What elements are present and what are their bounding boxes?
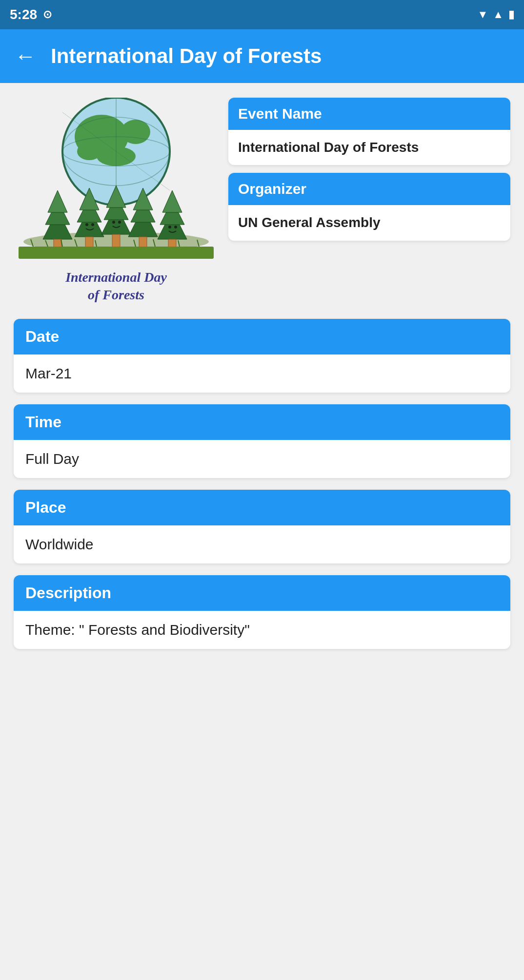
- organizer-card: Organizer UN General Assembly: [228, 173, 510, 240]
- event-name-body: International Day of Forests: [228, 130, 510, 165]
- svg-point-20: [91, 223, 94, 226]
- svg-point-35: [168, 226, 171, 229]
- description-card: Description Theme: " Forests and Biodive…: [14, 575, 510, 649]
- svg-rect-37: [19, 247, 214, 259]
- status-bar-left: 5:28 ⊙: [10, 7, 52, 22]
- event-name-label: Event Name: [238, 105, 322, 122]
- date-header: Date: [14, 319, 510, 354]
- forest-illustration: [19, 98, 214, 264]
- event-image-container: International Day of Forests: [14, 98, 219, 304]
- wifi-icon: ▼: [477, 8, 488, 21]
- description-label: Description: [25, 584, 111, 602]
- organizer-body: UN General Assembly: [228, 205, 510, 240]
- time-body: Full Day: [14, 440, 510, 478]
- time-value: Full Day: [25, 451, 79, 467]
- event-image: [19, 98, 214, 264]
- place-card: Place Worldwide: [14, 490, 510, 563]
- app-bar: ← International Day of Forests: [0, 29, 524, 83]
- top-section: International Day of Forests Event Name …: [14, 98, 510, 304]
- place-body: Worldwide: [14, 525, 510, 563]
- date-label: Date: [25, 328, 59, 345]
- svg-marker-13: [48, 190, 67, 212]
- main-content: International Day of Forests Event Name …: [0, 83, 524, 675]
- time-display: 5:28: [10, 7, 37, 22]
- status-bar-right: ▼ ▲ ▮: [477, 8, 514, 21]
- description-body: Theme: " Forests and Biodiversity": [14, 611, 510, 649]
- description-value: Theme: " Forests and Biodiversity": [25, 622, 250, 638]
- svg-point-2: [121, 120, 150, 144]
- signal-icon: ▲: [493, 8, 504, 21]
- place-header: Place: [14, 490, 510, 525]
- organizer-header: Organizer: [228, 173, 510, 205]
- time-header: Time: [14, 404, 510, 440]
- event-name-value: International Day of Forests: [238, 140, 419, 155]
- date-value: Mar-21: [25, 365, 72, 381]
- status-bar: 5:28 ⊙ ▼ ▲ ▮: [0, 0, 524, 29]
- battery-icon: ▮: [508, 8, 514, 21]
- svg-marker-33: [162, 190, 182, 212]
- back-button[interactable]: ←: [15, 44, 36, 68]
- info-cards: Event Name International Day of Forests …: [228, 98, 510, 304]
- event-image-caption: International Day of Forests: [65, 269, 167, 304]
- svg-point-19: [85, 223, 88, 226]
- date-card: Date Mar-21: [14, 319, 510, 393]
- sync-icon: ⊙: [43, 8, 52, 21]
- description-header: Description: [14, 575, 510, 611]
- place-value: Worldwide: [25, 536, 94, 552]
- time-label: Time: [25, 413, 61, 431]
- event-name-header: Event Name: [228, 98, 510, 130]
- time-card: Time Full Day: [14, 404, 510, 478]
- event-name-card: Event Name International Day of Forests: [228, 98, 510, 165]
- svg-point-26: [118, 221, 121, 224]
- place-label: Place: [25, 499, 66, 516]
- svg-point-25: [112, 221, 115, 224]
- organizer-label: Organizer: [238, 181, 306, 197]
- svg-point-36: [174, 226, 177, 229]
- organizer-value: UN General Assembly: [238, 215, 381, 230]
- svg-point-4: [77, 143, 101, 160]
- page-title: International Day of Forests: [51, 44, 322, 68]
- date-body: Mar-21: [14, 354, 510, 393]
